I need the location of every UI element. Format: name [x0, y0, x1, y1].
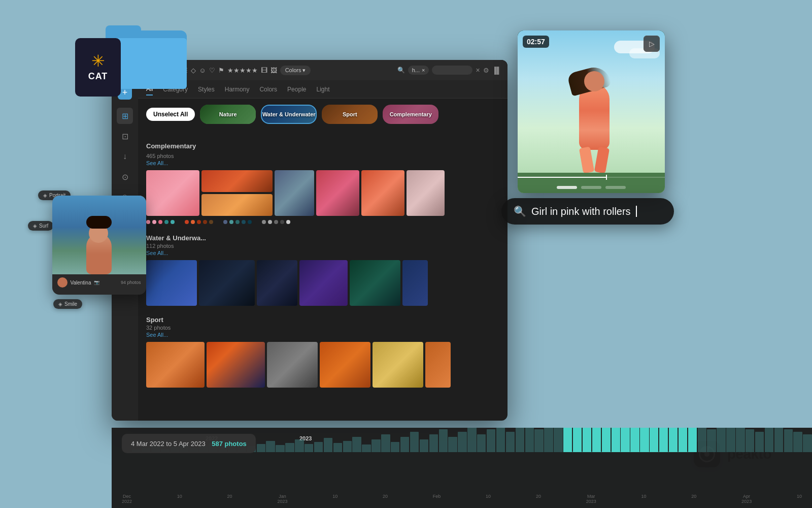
photo-thumb[interactable]	[267, 342, 318, 388]
stats-icon[interactable]: ▐▌	[492, 67, 501, 74]
filter-icon[interactable]: ⚙	[483, 67, 489, 74]
ground	[518, 173, 665, 193]
timeline-bar-item	[688, 428, 697, 452]
timeline-bar-item	[458, 432, 466, 452]
photo-thumb[interactable]	[257, 260, 297, 306]
filter-sport[interactable]: Sport	[322, 105, 378, 124]
leg-left	[579, 146, 594, 173]
search-input[interactable]	[432, 66, 472, 75]
photo-thumb[interactable]	[361, 170, 404, 216]
search-overlay: 🔍 Girl in pink with rollers	[501, 198, 674, 225]
color-dot	[262, 220, 266, 224]
search-close-icon[interactable]: ×	[476, 66, 480, 74]
timeline-bar-item	[544, 428, 553, 452]
lr-icon-stack: ✳ CAT	[75, 23, 192, 112]
sidebar-item-map[interactable]: ⊙	[117, 169, 133, 185]
tab-styles[interactable]: Styles	[198, 84, 215, 95]
color-dot	[242, 220, 246, 224]
photo-thumb[interactable]	[299, 260, 348, 306]
hair-portrait	[86, 216, 112, 229]
filter-nature[interactable]: Nature	[200, 105, 256, 124]
lr-star-icon: ✳	[91, 53, 105, 69]
photo-thumb[interactable]	[201, 194, 273, 216]
surf-icon: ◈	[33, 223, 37, 229]
video-dot-1[interactable]	[557, 186, 577, 189]
person-icon[interactable]: ☺	[199, 67, 206, 74]
timeline-bar-item	[400, 437, 409, 452]
label-dec: Dec2022	[122, 494, 132, 504]
star-rating-icon[interactable]: ★★★★★	[227, 67, 258, 74]
timeline-bar-item	[612, 428, 620, 452]
video-dot-2[interactable]	[581, 186, 601, 189]
label-20a: 20	[227, 494, 232, 504]
thumb-group	[201, 170, 273, 216]
complementary-label: Complementary	[390, 111, 432, 117]
search-chip[interactable]: h... ×	[408, 66, 429, 75]
photo-thumb[interactable]	[207, 342, 265, 388]
timeline-bar-item	[285, 443, 294, 452]
timeline-bar-item	[352, 437, 361, 452]
complementary-count: 465 photos	[146, 153, 499, 159]
timeline-bar-item	[448, 437, 457, 452]
portrait-image	[52, 196, 146, 274]
search-cursor	[636, 206, 637, 217]
photos-scroll-area[interactable]: Complementary 465 photos See All...	[138, 142, 507, 421]
smile-label: Smile	[64, 301, 77, 307]
video-play-button[interactable]: ▷	[644, 36, 660, 52]
photo-count-text: 587 photos	[212, 440, 247, 448]
film-icon[interactable]: 🎞	[261, 67, 267, 74]
lr-cat-label: CAT	[88, 71, 108, 82]
timeline-bar-item	[439, 429, 448, 452]
portrait-card-inner: Valentina 📷 94 photos	[52, 196, 146, 295]
color-dot	[280, 220, 284, 224]
tab-colors[interactable]: Colors	[259, 84, 277, 95]
water-see-all[interactable]: See All...	[146, 250, 499, 256]
photo-thumb[interactable]	[275, 170, 314, 216]
label-10a: 10	[177, 494, 182, 504]
photo-thumb[interactable]	[199, 260, 255, 306]
timeline-bar-item	[640, 428, 649, 452]
color-dots-group2	[185, 220, 213, 224]
water-strip	[146, 260, 499, 306]
smile-badge: ◈ Smile	[53, 299, 82, 309]
timeline-bar-item	[487, 429, 495, 452]
photo-thumb[interactable]	[316, 170, 359, 216]
color-dot	[185, 220, 189, 224]
flag-icon[interactable]: ⚑	[218, 67, 224, 74]
photo-thumb[interactable]	[407, 170, 445, 216]
label-10c: 10	[486, 494, 491, 504]
color-dot	[223, 220, 227, 224]
tab-people[interactable]: People	[287, 84, 306, 95]
video-scrubber[interactable]	[606, 175, 607, 180]
timeline-bar-item	[525, 428, 534, 452]
sidebar-item-layers[interactable]: ⊡	[117, 128, 133, 144]
heart-icon[interactable]: ♡	[209, 67, 215, 74]
photo-thumb[interactable]	[425, 342, 451, 388]
timeline-bar-item	[659, 428, 668, 452]
timeline-bar-item	[516, 428, 524, 452]
sidebar-item-download[interactable]: ↓	[117, 148, 133, 165]
filter-pills-row: Unselect All Nature Water & Underwater S…	[138, 99, 507, 130]
photo-thumb[interactable]	[402, 260, 428, 306]
complementary-title: Complementary	[146, 142, 196, 150]
complementary-see-all[interactable]: See All...	[146, 160, 499, 166]
photo-icon[interactable]: 🖼	[270, 67, 277, 74]
sport-strip	[146, 342, 499, 388]
timeline-bar-item	[698, 428, 706, 452]
label-10e: 10	[797, 494, 802, 504]
photo-thumb[interactable]	[320, 342, 370, 388]
sport-see-all[interactable]: See All...	[146, 332, 499, 338]
tab-light[interactable]: Light	[316, 84, 329, 95]
filter-water[interactable]: Water & Underwater	[261, 105, 317, 124]
photo-thumb[interactable]	[201, 170, 273, 192]
filter-complementary[interactable]: Complementary	[383, 105, 438, 124]
tab-harmony[interactable]: Harmony	[225, 84, 250, 95]
search-chip-close[interactable]: ×	[422, 67, 425, 73]
photo-thumb[interactable]	[146, 342, 205, 388]
photo-thumb[interactable]	[373, 342, 423, 388]
photo-thumb[interactable]	[350, 260, 400, 306]
timeline-bar-item	[746, 429, 754, 452]
video-dot-3[interactable]	[605, 186, 626, 189]
timeline-bar-item	[324, 438, 332, 452]
colors-filter-button[interactable]: Colors ▾	[280, 66, 311, 75]
